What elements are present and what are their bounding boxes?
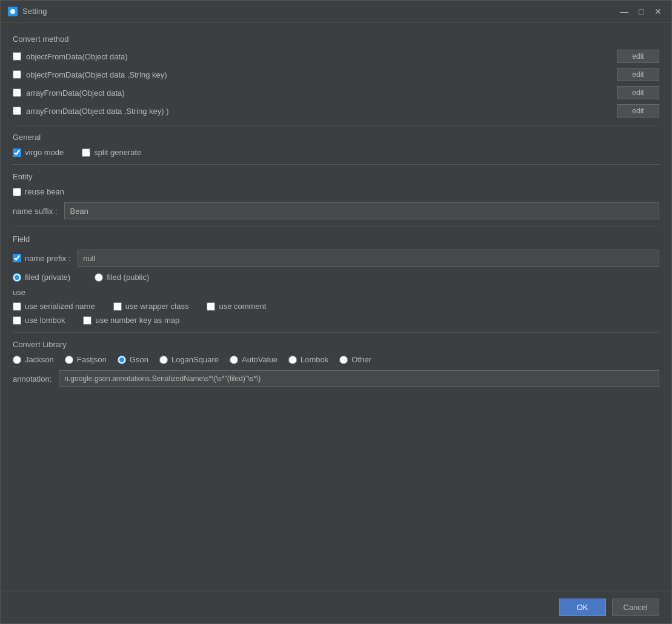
entity-label: Entity <box>13 172 659 181</box>
virgo-mode-input[interactable] <box>13 148 21 157</box>
method-checkbox-input-2[interactable] <box>13 88 21 97</box>
name-prefix-label: name prefix : <box>25 254 70 263</box>
method-edit-btn-2[interactable]: edit <box>617 86 659 99</box>
library-radio-input-jackson[interactable] <box>13 356 21 364</box>
ok-button[interactable]: OK <box>559 599 606 616</box>
cancel-button[interactable]: Cancel <box>612 599 659 616</box>
library-radios-group: Jackson Fastjson Gson LoganSquare AutoVa… <box>13 355 659 364</box>
divider-3 <box>13 227 659 227</box>
virgo-mode-label: virgo mode <box>25 148 64 157</box>
use-serialized-name-checkbox[interactable]: use serialized name <box>13 302 95 311</box>
library-radio-jackson[interactable]: Jackson <box>13 355 54 364</box>
annotation-input[interactable] <box>59 370 659 387</box>
settings-window: Setting — □ ✕ Convert method objectFromD… <box>0 0 672 624</box>
library-radio-label-logansquare: LoganSquare <box>171 355 219 364</box>
method-checkbox-1[interactable] <box>13 70 21 79</box>
library-radio-label-autovalue: AutoValue <box>242 355 278 364</box>
filed-public-radio[interactable]: filed (public) <box>95 273 149 282</box>
use-wrapper-class-checkbox[interactable]: use wrapper class <box>113 302 189 311</box>
library-radio-input-logansquare[interactable] <box>159 356 168 364</box>
method-row: arrayFromData(Object data ,String key) )… <box>13 104 659 118</box>
method-label-1: objectFromData(Object data ,String key) <box>26 70 617 79</box>
use-number-key-checkbox[interactable]: use number key as map <box>83 316 179 325</box>
method-label-0: objectFromData(Object data) <box>26 52 617 61</box>
use-comment-input[interactable] <box>207 302 215 311</box>
library-radio-input-other[interactable] <box>339 356 348 364</box>
use-number-key-input[interactable] <box>83 316 91 325</box>
use-number-key-label: use number key as map <box>95 316 179 325</box>
footer: OK Cancel <box>1 591 671 623</box>
use-lombok-input[interactable] <box>13 316 21 325</box>
convert-library-section: Convert Library Jackson Fastjson Gson Lo… <box>13 340 659 387</box>
method-checkbox-2[interactable] <box>13 88 21 97</box>
use-comment-label: use comment <box>219 302 266 311</box>
use-options-row-2: use lombok use number key as map <box>13 316 659 325</box>
svg-point-0 <box>10 9 15 14</box>
library-radio-fastjson[interactable]: Fastjson <box>65 355 107 364</box>
library-radio-input-gson[interactable] <box>118 356 126 364</box>
library-radio-label-other: Other <box>351 355 371 364</box>
minimize-button[interactable]: — <box>618 5 630 18</box>
library-radio-other[interactable]: Other <box>339 355 371 364</box>
filed-private-label: filed (private) <box>25 273 70 282</box>
use-label: use <box>13 288 659 297</box>
method-edit-btn-3[interactable]: edit <box>617 104 659 118</box>
name-prefix-value-input[interactable] <box>78 250 659 267</box>
method-edit-btn-0[interactable]: edit <box>617 50 659 63</box>
library-radio-gson[interactable]: Gson <box>118 355 148 364</box>
field-section: Field name prefix : filed (private) file… <box>13 234 659 325</box>
window-title: Setting <box>22 7 618 16</box>
filed-private-input[interactable] <box>13 273 21 282</box>
split-generate-input[interactable] <box>82 148 90 157</box>
convert-method-label: Convert method <box>13 35 659 44</box>
name-suffix-label: name suffix : <box>13 207 57 216</box>
maximize-button[interactable]: □ <box>635 5 647 18</box>
reuse-bean-label: reuse bean <box>25 187 64 196</box>
method-edit-btn-1[interactable]: edit <box>617 68 659 81</box>
close-button[interactable]: ✕ <box>652 5 664 18</box>
divider-1 <box>13 125 659 125</box>
use-serialized-name-input[interactable] <box>13 302 21 311</box>
method-checkbox-3[interactable] <box>13 107 21 115</box>
reuse-bean-checkbox[interactable]: reuse bean <box>13 187 659 196</box>
library-radio-input-autovalue[interactable] <box>230 356 238 364</box>
use-comment-checkbox[interactable]: use comment <box>207 302 266 311</box>
field-label: Field <box>13 234 659 244</box>
filed-private-radio[interactable]: filed (private) <box>13 273 70 282</box>
entity-section: Entity reuse bean name suffix : <box>13 172 659 219</box>
library-radio-input-fastjson[interactable] <box>65 356 73 364</box>
name-suffix-input[interactable] <box>64 202 659 219</box>
library-radio-label-fastjson: Fastjson <box>77 355 107 364</box>
method-checkbox-0[interactable] <box>13 52 21 61</box>
convert-methods-list: objectFromData(Object data) edit objectF… <box>13 50 659 118</box>
method-checkbox-input-3[interactable] <box>13 107 21 115</box>
library-radio-label-lombok: Lombok <box>301 355 328 364</box>
annotation-label: annotation: <box>13 374 52 383</box>
library-radio-lombok[interactable]: Lombok <box>288 355 328 364</box>
library-radio-input-lombok[interactable] <box>288 356 297 364</box>
window-controls: — □ ✕ <box>618 5 664 18</box>
name-prefix-input[interactable] <box>13 254 21 262</box>
use-lombok-checkbox[interactable]: use lombok <box>13 316 65 325</box>
method-checkbox-input-0[interactable] <box>13 52 21 61</box>
name-prefix-checkbox[interactable]: name prefix : <box>13 254 70 263</box>
annotation-row: annotation: <box>13 370 659 387</box>
method-label-3: arrayFromData(Object data ,String key) ) <box>26 107 617 116</box>
convert-library-label: Convert Library <box>13 340 659 349</box>
split-generate-label: split generate <box>94 148 141 157</box>
name-suffix-row: name suffix : <box>13 202 659 219</box>
method-checkbox-input-1[interactable] <box>13 70 21 79</box>
reuse-bean-input[interactable] <box>13 188 21 196</box>
app-icon <box>8 7 18 16</box>
virgo-mode-checkbox[interactable]: virgo mode <box>13 148 64 157</box>
split-generate-checkbox[interactable]: split generate <box>82 148 141 157</box>
method-row: arrayFromData(Object data) edit <box>13 86 659 99</box>
method-row: objectFromData(Object data ,String key) … <box>13 68 659 81</box>
divider-2 <box>13 164 659 165</box>
use-options-row-1: use serialized name use wrapper class us… <box>13 302 659 311</box>
filed-public-input[interactable] <box>95 273 103 282</box>
library-radio-autovalue[interactable]: AutoValue <box>230 355 278 364</box>
library-radio-logansquare[interactable]: LoganSquare <box>159 355 219 364</box>
settings-content: Convert method objectFromData(Object dat… <box>1 22 671 591</box>
use-wrapper-class-input[interactable] <box>113 302 122 311</box>
